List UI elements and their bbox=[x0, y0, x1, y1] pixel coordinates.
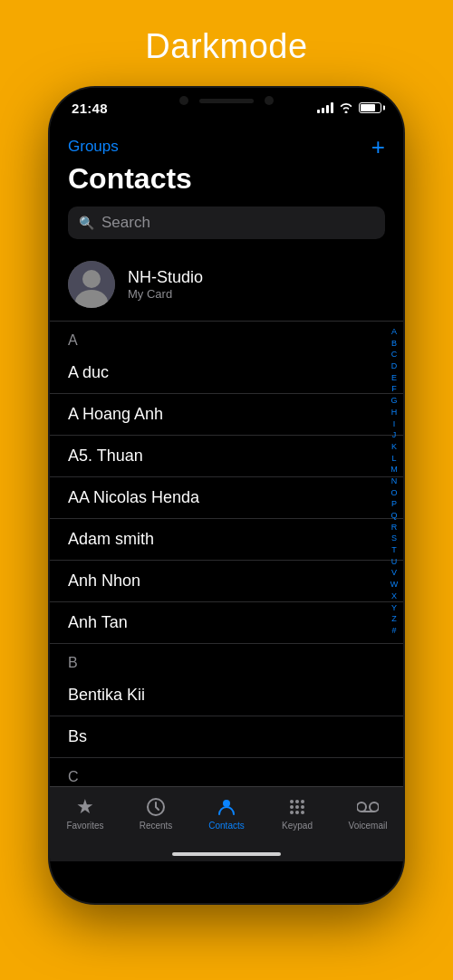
svg-point-13 bbox=[301, 811, 304, 814]
signal-icon bbox=[317, 102, 333, 113]
keypad-icon bbox=[286, 796, 308, 818]
screen: Groups + Contacts 🔍 Search bbox=[50, 128, 403, 861]
my-card-label: My Card bbox=[128, 287, 203, 301]
add-contact-button[interactable]: + bbox=[371, 135, 385, 159]
contacts-icon bbox=[216, 796, 237, 818]
contact-name: Bentika Kii bbox=[68, 686, 145, 704]
faceid-dot bbox=[265, 96, 274, 105]
alpha-q[interactable]: Q bbox=[389, 511, 400, 522]
status-time: 21:48 bbox=[72, 101, 108, 116]
svg-point-15 bbox=[370, 802, 379, 812]
contact-name: Anh Tan bbox=[68, 613, 128, 631]
alpha-s[interactable]: S bbox=[389, 533, 400, 544]
alpha-b[interactable]: B bbox=[389, 339, 400, 350]
svg-point-14 bbox=[357, 802, 366, 812]
contact-item[interactable]: Adam smith bbox=[50, 519, 403, 561]
contact-item[interactable]: A duc bbox=[50, 352, 403, 394]
contact-item[interactable]: Anh Nhon bbox=[50, 561, 403, 602]
contact-item[interactable]: A5. Thuan bbox=[50, 436, 403, 477]
favorites-icon: ★ bbox=[74, 796, 96, 818]
tab-voicemail-label: Voicemail bbox=[349, 821, 388, 831]
svg-point-10 bbox=[301, 805, 304, 809]
alpha-y[interactable]: Y bbox=[389, 603, 400, 614]
alpha-i[interactable]: I bbox=[389, 419, 400, 430]
alpha-f[interactable]: F bbox=[389, 384, 400, 395]
recents-icon bbox=[145, 796, 167, 818]
contact-name: Bs bbox=[68, 727, 87, 745]
contacts-list[interactable]: NH-Studio My Card A A duc A Hoang Anh A5… bbox=[50, 254, 403, 861]
alpha-o[interactable]: O bbox=[389, 488, 400, 499]
svg-point-5 bbox=[290, 800, 294, 803]
alphabet-index[interactable]: A B C D E F G H I J K L M N O P Q R S T … bbox=[389, 327, 400, 637]
contact-name: AA Nicolas Henda bbox=[68, 488, 199, 506]
groups-button[interactable]: Groups bbox=[68, 138, 119, 156]
contacts-heading: Contacts bbox=[68, 162, 385, 196]
contact-item[interactable]: Anh Tan bbox=[50, 602, 403, 644]
home-indicator bbox=[172, 852, 281, 856]
alpha-l[interactable]: L bbox=[389, 454, 400, 465]
tab-favorites-label: Favorites bbox=[66, 821, 103, 831]
svg-point-9 bbox=[295, 805, 299, 809]
contact-name: Anh Nhon bbox=[68, 572, 140, 590]
contact-item[interactable]: Bentika Kii bbox=[50, 675, 403, 716]
alpha-t[interactable]: T bbox=[389, 545, 400, 556]
alpha-j[interactable]: J bbox=[389, 430, 400, 441]
camera-dot bbox=[179, 96, 188, 105]
tab-bar: ★ Favorites Recents bbox=[50, 786, 403, 861]
wifi-icon bbox=[339, 102, 353, 113]
alpha-w[interactable]: W bbox=[389, 580, 400, 591]
tab-keypad-label: Keypad bbox=[282, 821, 313, 831]
alpha-g[interactable]: G bbox=[389, 396, 400, 407]
search-placeholder: Search bbox=[101, 214, 150, 232]
contact-item[interactable]: Bs bbox=[50, 716, 403, 758]
my-card[interactable]: NH-Studio My Card bbox=[50, 254, 403, 322]
svg-point-4 bbox=[223, 800, 230, 807]
contact-name: A Hoang Anh bbox=[68, 405, 163, 423]
svg-point-7 bbox=[301, 800, 304, 803]
contacts-header: Groups + Contacts 🔍 Search bbox=[50, 128, 403, 254]
tab-contacts[interactable]: Contacts bbox=[195, 796, 258, 831]
speaker-grill bbox=[199, 99, 254, 103]
tab-contacts-label: Contacts bbox=[208, 821, 244, 831]
my-card-info: NH-Studio My Card bbox=[128, 268, 203, 301]
alpha-u[interactable]: U bbox=[389, 557, 400, 568]
section-header-a: A bbox=[50, 322, 403, 352]
contact-name: Adam smith bbox=[68, 530, 154, 548]
alpha-x[interactable]: X bbox=[389, 591, 400, 602]
contact-item[interactable]: A Hoang Anh bbox=[50, 394, 403, 436]
alpha-h[interactable]: H bbox=[389, 408, 400, 418]
svg-point-12 bbox=[295, 811, 299, 814]
alpha-n[interactable]: N bbox=[389, 476, 400, 487]
phone-frame: 21:48 Groups + Contact bbox=[50, 88, 403, 903]
contact-item[interactable]: AA Nicolas Henda bbox=[50, 477, 403, 519]
svg-point-11 bbox=[290, 811, 294, 814]
alpha-k[interactable]: K bbox=[389, 442, 400, 453]
alpha-r[interactable]: R bbox=[389, 523, 400, 533]
notch bbox=[154, 88, 299, 113]
svg-point-8 bbox=[290, 805, 294, 809]
tab-voicemail[interactable]: Voicemail bbox=[336, 796, 400, 831]
alpha-hash[interactable]: # bbox=[389, 626, 400, 637]
alpha-z[interactable]: Z bbox=[389, 614, 400, 625]
groups-row: Groups + bbox=[68, 135, 385, 159]
my-card-name: NH-Studio bbox=[128, 268, 203, 287]
search-bar[interactable]: 🔍 Search bbox=[68, 207, 385, 239]
tab-keypad[interactable]: Keypad bbox=[265, 796, 329, 831]
tab-recents[interactable]: Recents bbox=[124, 796, 188, 831]
contact-name: A5. Thuan bbox=[68, 447, 143, 465]
page-title: Darkmode bbox=[145, 27, 307, 66]
alpha-d[interactable]: D bbox=[389, 361, 400, 372]
alpha-e[interactable]: E bbox=[389, 373, 400, 384]
tab-favorites[interactable]: ★ Favorites bbox=[53, 796, 117, 831]
alpha-m[interactable]: M bbox=[389, 465, 400, 476]
alpha-c[interactable]: C bbox=[389, 350, 400, 360]
search-icon: 🔍 bbox=[79, 216, 94, 230]
voicemail-icon bbox=[357, 796, 379, 818]
svg-point-6 bbox=[295, 800, 299, 803]
battery-icon bbox=[359, 102, 381, 113]
svg-point-1 bbox=[82, 270, 101, 288]
section-header-c: C bbox=[50, 758, 403, 789]
alpha-p[interactable]: P bbox=[389, 499, 400, 510]
alpha-a[interactable]: A bbox=[389, 327, 400, 338]
alpha-v[interactable]: V bbox=[389, 568, 400, 579]
